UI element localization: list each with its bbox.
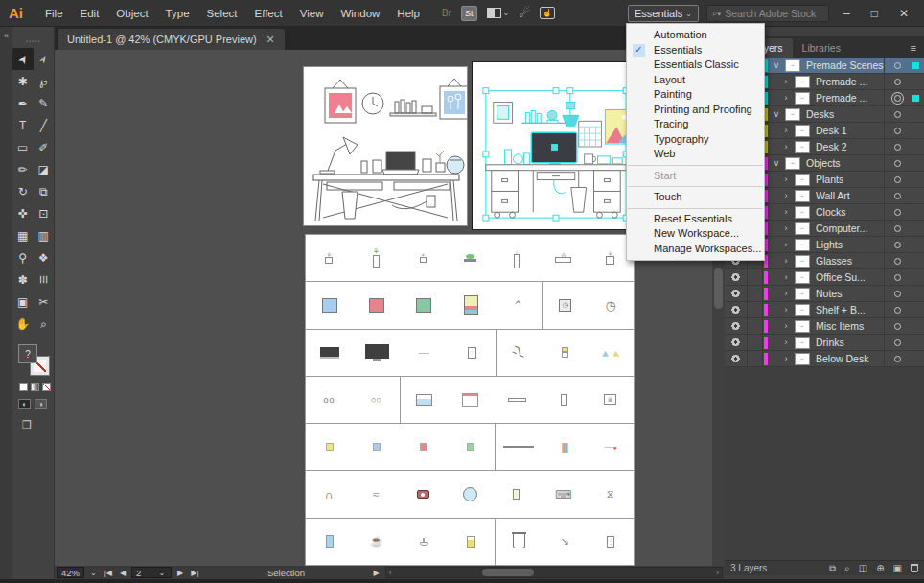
menu-effect[interactable]: Effect: [246, 0, 291, 27]
layer-label[interactable]: Glasses: [816, 255, 884, 267]
layer-thumbnail[interactable]: ▪▪: [795, 271, 810, 284]
menu-select[interactable]: Select: [198, 0, 246, 27]
menu-help[interactable]: Help: [388, 0, 428, 27]
lasso-tool[interactable]: ℘: [34, 70, 55, 92]
visibility-toggle[interactable]: [725, 318, 748, 334]
last-artboard-button[interactable]: ▶|: [189, 569, 200, 577]
symbol-sprayer-tool[interactable]: ✽: [12, 268, 34, 291]
layer-thumbnail[interactable]: ▪▪: [795, 76, 810, 88]
menu-item-painting[interactable]: Painting: [627, 87, 764, 103]
layer-label[interactable]: Desks: [806, 108, 884, 120]
layer-label[interactable]: Notes: [816, 288, 884, 299]
menu-window[interactable]: Window: [332, 0, 388, 27]
target-column[interactable]: [884, 351, 911, 366]
target-column[interactable]: [884, 123, 911, 138]
pen-tool[interactable]: ✒: [12, 92, 34, 114]
rotate-tool[interactable]: ↻: [12, 180, 34, 202]
blend-tool[interactable]: ❖: [34, 246, 55, 268]
chevron-down-icon[interactable]: ∨: [768, 158, 785, 168]
canvas[interactable]: ⚘ ⚘ ⚘ ⁁ ⁂ ⚘ ⌃ ◷: [55, 50, 712, 566]
chevron-right-icon[interactable]: ›: [777, 175, 795, 184]
zoom-level-select[interactable]: 42%: [57, 567, 84, 578]
maximize-button[interactable]: □: [871, 7, 878, 20]
horizontal-scrollbar-thumb[interactable]: [482, 569, 534, 576]
layer-label[interactable]: Shelf + B...: [816, 304, 884, 315]
layer-thumbnail[interactable]: ▪▪: [795, 222, 810, 235]
screen-mode-button[interactable]: ❒: [22, 419, 54, 431]
target-column[interactable]: [884, 90, 911, 105]
artboard-navigation-select[interactable]: 2⌄: [131, 567, 172, 578]
none-button[interactable]: [42, 383, 51, 391]
layer-label[interactable]: Premade ...: [816, 92, 884, 104]
menu-item-web[interactable]: Web: [627, 147, 764, 162]
eyedropper-tool[interactable]: ⚲: [12, 246, 34, 268]
target-column[interactable]: [884, 172, 911, 187]
mesh-tool[interactable]: ▦: [12, 224, 34, 246]
paintbrush-tool[interactable]: ✐: [34, 136, 55, 158]
tab-libraries[interactable]: Libraries: [793, 38, 850, 58]
shaper-tool[interactable]: ✏: [12, 158, 34, 180]
layer-thumbnail[interactable]: ▪▪: [795, 320, 810, 333]
menu-item-tracing[interactable]: Tracing: [627, 117, 764, 132]
layer-row-drinks[interactable]: ›▪▪Drinks: [725, 335, 924, 351]
layer-row-office-supplies[interactable]: ›▪▪Office Su...: [725, 269, 924, 286]
fill-swatch[interactable]: ?: [18, 344, 37, 363]
layer-label[interactable]: Clocks: [816, 206, 884, 218]
visibility-toggle[interactable]: [725, 302, 748, 317]
chevron-right-icon[interactable]: ›: [777, 321, 795, 331]
puppet-warp-tool[interactable]: ✜: [12, 202, 34, 224]
layer-label[interactable]: Below Desk: [816, 353, 884, 364]
minimize-button[interactable]: –: [843, 7, 850, 20]
chevron-right-icon[interactable]: ›: [777, 126, 795, 135]
menu-item-new-workspace[interactable]: New Workspace...: [627, 226, 764, 242]
lock-column[interactable]: [748, 351, 763, 366]
new-sublayer-button[interactable]: ⊕: [876, 563, 884, 573]
chevron-right-icon[interactable]: ›: [777, 305, 795, 315]
menu-item-reset-essentials[interactable]: Reset Essentials: [627, 212, 764, 227]
chevron-right-icon[interactable]: ›: [777, 93, 795, 103]
target-column[interactable]: [884, 74, 911, 89]
scroll-right-icon[interactable]: ›: [716, 568, 719, 577]
document-tab[interactable]: Untitled-1 @ 42% (CMYK/GPU Preview) ✕: [58, 29, 285, 50]
layer-label[interactable]: Drinks: [816, 337, 884, 348]
line-segment-tool[interactable]: ╱: [34, 114, 55, 136]
layer-thumbnail[interactable]: ▪▪: [795, 141, 810, 153]
clipping-mask-button[interactable]: ◫: [859, 563, 867, 573]
new-layer-button[interactable]: ▣: [893, 563, 902, 573]
menu-view[interactable]: View: [291, 0, 333, 27]
artboard-premade-scene-1[interactable]: [303, 66, 468, 226]
chevron-down-icon[interactable]: ∨: [768, 109, 785, 119]
chevron-right-icon[interactable]: ›: [777, 338, 795, 347]
delete-layer-button[interactable]: [911, 564, 918, 572]
target-column[interactable]: [884, 155, 911, 171]
layer-row-misc-items[interactable]: ›▪▪Misc Items: [725, 318, 924, 335]
menu-item-printing-proofing[interactable]: Printing and Proofing: [627, 103, 764, 118]
gradient-tool[interactable]: ▥: [34, 224, 55, 246]
layer-thumbnail[interactable]: ▪▪: [795, 337, 810, 349]
layer-thumbnail[interactable]: ▪▪: [795, 174, 810, 186]
artboard-tool[interactable]: ▣: [12, 291, 34, 313]
touch-workspace-button[interactable]: ☝: [540, 7, 555, 19]
zoom-tool[interactable]: ⌕: [34, 313, 55, 335]
status-flyout-icon[interactable]: ▶: [372, 569, 381, 577]
arrange-documents-button[interactable]: ⌄: [487, 8, 510, 18]
chevron-right-icon[interactable]: ›: [777, 256, 795, 266]
collect-for-export-button[interactable]: ⧉: [829, 563, 836, 574]
chevron-right-icon[interactable]: ›: [777, 207, 795, 217]
type-tool[interactable]: T: [12, 114, 34, 136]
layer-thumbnail[interactable]: ▪▪: [795, 255, 810, 268]
visibility-toggle[interactable]: [725, 351, 748, 366]
menu-item-essentials[interactable]: ✓Essentials: [627, 43, 764, 58]
lock-column[interactable]: [748, 286, 763, 301]
search-input[interactable]: [725, 8, 854, 19]
target-column[interactable]: [884, 58, 911, 73]
menu-edit[interactable]: Edit: [72, 0, 108, 27]
menu-item-manage-workspaces[interactable]: Manage Workspaces...: [627, 242, 764, 257]
layer-row-shelf-books[interactable]: ›▪▪Shelf + B...: [725, 302, 924, 318]
layer-row-below-desk[interactable]: ›▪▪Below Desk: [725, 351, 924, 367]
menu-object[interactable]: Object: [107, 0, 156, 27]
chevron-right-icon[interactable]: ›: [777, 191, 795, 200]
visibility-toggle[interactable]: [725, 286, 748, 301]
layer-thumbnail[interactable]: ▪▪: [795, 92, 810, 105]
chevron-right-icon[interactable]: ›: [777, 240, 795, 249]
